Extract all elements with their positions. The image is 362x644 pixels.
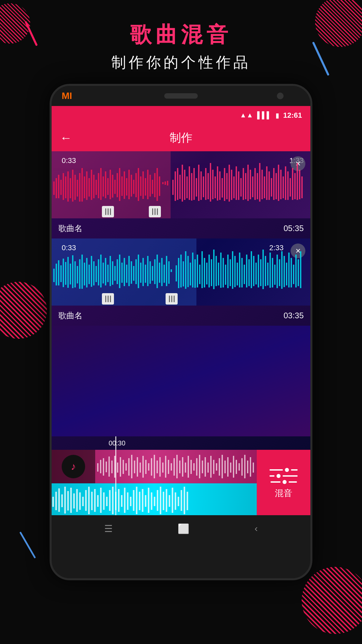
svg-rect-168 bbox=[204, 258, 205, 287]
svg-rect-298 bbox=[148, 488, 149, 513]
svg-rect-54 bbox=[184, 170, 185, 200]
track-2-handle-left[interactable] bbox=[102, 293, 114, 305]
empty-area bbox=[52, 326, 310, 436]
svg-rect-238 bbox=[176, 455, 178, 478]
svg-rect-308 bbox=[178, 497, 179, 506]
play-button[interactable]: ♪ bbox=[62, 455, 85, 478]
svg-rect-266 bbox=[52, 497, 54, 507]
svg-rect-178 bbox=[227, 255, 229, 288]
svg-rect-306 bbox=[172, 488, 173, 513]
svg-rect-53 bbox=[182, 165, 183, 202]
battery-icon: ▮ bbox=[276, 111, 279, 119]
wifi-icon: ▲▲ bbox=[240, 111, 253, 119]
svg-rect-55 bbox=[186, 176, 188, 198]
svg-rect-282 bbox=[100, 488, 102, 513]
svg-rect-72 bbox=[226, 173, 228, 199]
svg-rect-249 bbox=[207, 463, 209, 473]
mix-button[interactable]: 混音 bbox=[257, 450, 310, 515]
svg-rect-80 bbox=[245, 173, 246, 199]
svg-rect-275 bbox=[79, 492, 80, 510]
track-1-drag-handles bbox=[52, 205, 310, 218]
track-1-name: 歌曲名 bbox=[58, 223, 82, 234]
nav-menu-icon[interactable]: ☰ bbox=[104, 523, 113, 534]
svg-rect-229 bbox=[151, 458, 152, 476]
svg-rect-36 bbox=[138, 168, 139, 201]
svg-rect-309 bbox=[181, 490, 182, 511]
svg-rect-14 bbox=[86, 171, 87, 200]
svg-rect-1 bbox=[56, 178, 57, 198]
svg-rect-166 bbox=[199, 265, 200, 284]
track-2: 0:33 2:33 ✕ bbox=[52, 238, 310, 326]
track-1-handle-right[interactable] bbox=[149, 206, 161, 217]
svg-rect-86 bbox=[259, 163, 260, 202]
track-2-waveform[interactable]: 0:33 2:33 ✕ bbox=[52, 238, 310, 306]
back-button[interactable]: ← bbox=[60, 131, 72, 145]
nav-back-icon[interactable]: ‹ bbox=[255, 523, 258, 534]
svg-rect-135 bbox=[124, 258, 125, 286]
svg-rect-48 bbox=[167, 181, 168, 185]
svg-rect-291 bbox=[127, 492, 128, 510]
mix-icon bbox=[269, 468, 298, 484]
svg-rect-136 bbox=[126, 265, 127, 283]
svg-rect-256 bbox=[227, 457, 229, 477]
svg-rect-64 bbox=[207, 173, 209, 199]
svg-rect-217 bbox=[117, 463, 118, 473]
svg-rect-243 bbox=[190, 460, 192, 474]
svg-rect-301 bbox=[157, 490, 158, 511]
svg-rect-47 bbox=[165, 181, 166, 185]
play-button-overlay[interactable]: ♪ bbox=[52, 450, 95, 483]
nav-bar: ☰ ⬜ ‹ bbox=[52, 515, 310, 542]
svg-rect-252 bbox=[216, 463, 217, 471]
svg-rect-269 bbox=[61, 494, 63, 507]
svg-rect-228 bbox=[148, 463, 149, 471]
svg-rect-23 bbox=[107, 178, 109, 195]
svg-rect-292 bbox=[130, 497, 131, 506]
svg-rect-118 bbox=[84, 263, 85, 285]
svg-rect-102 bbox=[297, 163, 298, 200]
svg-rect-285 bbox=[109, 490, 110, 511]
svg-rect-75 bbox=[233, 176, 235, 198]
svg-rect-280 bbox=[94, 489, 96, 512]
timeline-playhead bbox=[115, 450, 116, 515]
svg-rect-172 bbox=[213, 250, 215, 289]
nav-home-icon[interactable]: ⬜ bbox=[178, 523, 189, 534]
svg-rect-20 bbox=[100, 168, 102, 200]
svg-rect-25 bbox=[112, 175, 113, 198]
mix-label: 混音 bbox=[275, 487, 292, 499]
svg-rect-221 bbox=[128, 458, 130, 476]
svg-rect-155 bbox=[171, 269, 172, 272]
svg-rect-150 bbox=[159, 263, 160, 283]
preview-track-2[interactable] bbox=[52, 483, 257, 515]
svg-rect-147 bbox=[152, 266, 153, 281]
track-1-waveform[interactable]: 0:33 1:33 ✕ bbox=[52, 151, 310, 218]
svg-rect-61 bbox=[200, 171, 202, 200]
play-icon: ♪ bbox=[71, 461, 76, 472]
svg-rect-50 bbox=[175, 171, 176, 201]
svg-rect-176 bbox=[223, 258, 224, 287]
svg-rect-138 bbox=[131, 261, 132, 284]
svg-rect-241 bbox=[185, 463, 186, 473]
svg-rect-57 bbox=[191, 173, 192, 201]
svg-rect-171 bbox=[211, 259, 212, 286]
svg-rect-246 bbox=[199, 455, 200, 478]
app-bar: ← 制作 bbox=[52, 124, 310, 151]
svg-rect-272 bbox=[70, 488, 72, 513]
svg-rect-159 bbox=[183, 261, 184, 286]
svg-rect-165 bbox=[197, 255, 198, 287]
svg-rect-51 bbox=[177, 168, 178, 200]
preview-track-1[interactable]: ♪ bbox=[52, 450, 257, 483]
svg-rect-59 bbox=[196, 178, 197, 197]
svg-rect-200 bbox=[279, 259, 280, 286]
svg-rect-148 bbox=[154, 259, 156, 284]
svg-rect-182 bbox=[237, 263, 238, 285]
svg-rect-17 bbox=[93, 175, 95, 198]
svg-rect-83 bbox=[252, 176, 253, 197]
track-1-handle-left[interactable] bbox=[102, 206, 114, 217]
svg-rect-222 bbox=[131, 455, 132, 478]
svg-rect-273 bbox=[73, 493, 75, 508]
svg-rect-190 bbox=[255, 263, 257, 284]
svg-rect-295 bbox=[139, 492, 140, 510]
track-2-handle-right[interactable] bbox=[166, 293, 178, 305]
track-2-name: 歌曲名 bbox=[58, 310, 82, 321]
svg-rect-19 bbox=[98, 173, 99, 198]
